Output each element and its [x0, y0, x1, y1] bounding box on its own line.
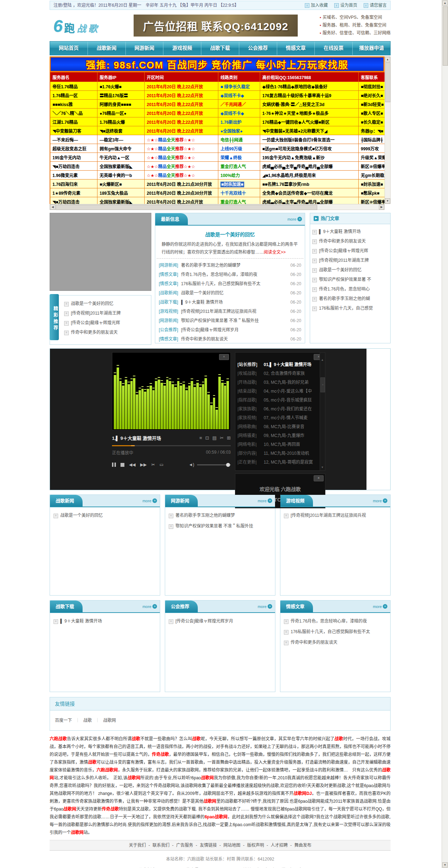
volume-slider[interactable]: [197, 464, 231, 465]
server-row[interactable]: ■■■kiss雅阿娜的身资■■■■2011年6月20日 晚上22点开放／千兆网通…: [50, 100, 385, 109]
news-row[interactable]: [情感文章]传奇中和更多的朋友谈天06-20: [159, 335, 301, 344]
list-item[interactable]: ≡[传奇视频]2011年湖南王牌远征旅阅兵视: [284, 510, 387, 521]
friend-link[interactable]: 战歌网: [103, 718, 116, 723]
cut-icon[interactable]: ✂: [151, 462, 155, 467]
footer-link[interactable]: 广告服务: [176, 843, 193, 848]
ad-banner[interactable]: 广告位招租 联系QQ:6412092: [134, 15, 298, 37]
server-row[interactable]: ◥■万劫四连击全国独家最新版◣2011年6月20日 晚上20点开放重金打造人气虎…: [50, 197, 385, 204]
list-item[interactable]: ≡战歌是一个美好的回忆: [64, 299, 148, 309]
playlist-icon[interactable]: ≡: [199, 435, 202, 441]
box-more-link[interactable]: more»: [142, 498, 157, 503]
box-tab[interactable]: 公会推荐: [165, 601, 198, 612]
list-item[interactable]: ≡[传奇视频]2011年湖南王牌: [64, 309, 148, 318]
playlist-row[interactable]: |家族族歌|06, mc小月-我们的爱还在: [237, 405, 319, 414]
server-row[interactable]: 超级无敌变态之狂拥有gm强大命令☆★☆精品全天推荐☆★☆上线99万级■送gm■可…: [50, 144, 385, 153]
pause-icon[interactable]: [112, 463, 116, 467]
playlist-scroll-thumb[interactable]: ≡: [320, 377, 325, 392]
server-row[interactable]: 1★89传奇元素189玉兔大极品2011年6月20日 晚上20点30分开放十千兆…: [50, 188, 385, 197]
list-item[interactable]: ≡176私服前十几天，自己感觉: [312, 304, 388, 313]
close-icon[interactable]: ×: [219, 354, 229, 360]
latest-more-link[interactable]: more »: [287, 217, 302, 221]
footer-link[interactable]: 人才招聘: [271, 843, 288, 848]
footer-link[interactable]: 友情链接: [200, 843, 217, 848]
volume-knob[interactable]: [226, 463, 230, 467]
lyrics-icon[interactable]: ▤: [212, 435, 217, 441]
box-more-link[interactable]: more»: [258, 498, 272, 503]
prev-icon[interactable]: ◀◀: [129, 462, 135, 467]
list-item[interactable]: ≡传奇1.76月色，思念轻响心: [312, 284, 388, 294]
box-tab[interactable]: 战歌新闻: [50, 495, 83, 507]
footer-link[interactable]: 版权声明: [247, 843, 264, 848]
list-item[interactable]: ≡传奇中和更多的朋友谈天: [284, 637, 387, 648]
news-row[interactable]: [情感文章]176私服前十几天，自己感觉胸部有些不太06-20: [159, 279, 301, 288]
playlist-row[interactable]: |部分内容|11, MC九局-2010发动机: [237, 449, 319, 458]
featured-title[interactable]: 战歌是一个美好的回忆: [162, 231, 298, 238]
topbar-link[interactable]: i加入收藏: [305, 1, 328, 10]
nav-item-情感文章[interactable]: 情感文章: [277, 42, 315, 55]
box-more-link[interactable]: more»: [373, 498, 387, 503]
topbar-welcome[interactable]: 注册/登陆 ，欢迎光临！2011年6月20日 星期一 辛卯年 五月十九 【兔】甲…: [54, 1, 239, 10]
scroll-left-icon[interactable]: ◀: [50, 204, 55, 210]
progress-bar[interactable]: [112, 445, 231, 446]
playlist-row[interactable]: |家族视频|07, mc小月-情人节喊麦: [237, 414, 319, 422]
footer-link[interactable]: 舞曲发布: [294, 843, 311, 848]
list-item[interactable]: ≡著名的歌手李玉刚之他的蝴: [312, 294, 388, 304]
stop-icon[interactable]: [121, 463, 124, 467]
list-item[interactable]: ≡▌ 9＋大童鞋 激情开场: [54, 616, 156, 626]
list-item[interactable]: ≡鄂知识产权保护效果显著 不: [312, 275, 388, 284]
scroll-down-icon[interactable]: ▼: [385, 198, 390, 204]
list-item[interactable]: ≡鄂知识产权保护效果显著 不准＂私服外挂: [169, 521, 271, 531]
scroll-up-icon[interactable]: ▲: [320, 358, 325, 362]
fullscreen-icon[interactable]: ⊞: [227, 435, 231, 441]
scroll-down-icon[interactable]: ▼: [442, 862, 448, 868]
server-row[interactable]: 江湖1.76精品1.76精品火爆2011年6月20日 晚上22点开放1.76新出…: [50, 117, 385, 126]
news-row[interactable]: [情感文章]传奇1.76月色，思念轻响心扉，漆暗的夜06-20: [159, 270, 301, 279]
playlist-row[interactable]: |正在更新|12, MC九局-哥唱的是寂寞: [237, 458, 319, 467]
tools-icon[interactable]: ✂: [220, 435, 224, 441]
box-tab[interactable]: 战歌下载: [50, 601, 83, 612]
playlist-row[interactable]: |网络电影|10, MC九局-再回首: [237, 440, 319, 449]
vscroll-thumb[interactable]: [385, 62, 391, 102]
frame-hscrollbar[interactable]: ◀ ▶: [50, 204, 385, 210]
playlist-row[interactable]: |开场战歌|03, MC九局-我的好兄弟: [237, 378, 319, 387]
news-row[interactable]: [游戏视频][传奇视频]2011年湖南王牌远征旅阅兵视06-20: [159, 307, 301, 316]
site-logo[interactable]: 6跑战歌: [53, 16, 97, 36]
scroll-up-icon[interactable]: ▲: [385, 57, 390, 62]
news-row[interactable]: [战歌下载]▌ 9＋大童鞋 激情开场06-20: [159, 298, 301, 307]
playlist-row[interactable]: |攻城战歌|02, 合击激情传奇家族: [237, 369, 319, 378]
list-item[interactable]: ≡▌ 9＋大童鞋 激情开场: [312, 227, 388, 237]
frame-vscrollbar[interactable]: ▲ ▼: [385, 56, 391, 204]
list-item[interactable]: ≡传奇中和更多的朋友谈天: [64, 328, 148, 337]
page-scroll-thumb[interactable]: [443, 6, 448, 66]
nav-item-公会推荐[interactable]: 公会推荐: [239, 42, 277, 55]
playlist-scrollbar[interactable]: ▲ ≡ ▼: [320, 353, 325, 470]
server-row[interactable]: 195金牛无内功牛无内功▲一区☆★☆精品全天推荐☆★☆荣耀▲终极195金牛无内功…: [50, 153, 385, 162]
box-tab[interactable]: 情感文章: [280, 601, 313, 612]
box-tab[interactable]: 游戏视频: [280, 495, 313, 507]
server-row[interactable]: ◥中变靓装刀客◥■送终极套2011年6月20日 晚上22点开放●全国独家●◥中变…: [50, 126, 385, 135]
list-item[interactable]: ≡[传奇公会]龍缘ャ辉煌光辉岁月: [169, 616, 271, 626]
list-item[interactable]: ≡战歌是一个美好的回忆: [54, 510, 156, 521]
nav-item-网游新闻[interactable]: 网游新闻: [126, 42, 164, 55]
volume-icon[interactable]: ◄): [189, 462, 194, 467]
news-row[interactable]: [公会推荐][传奇公会]龍缘ャ辉煌光辉岁月06-20: [159, 325, 301, 335]
list-item[interactable]: ≡著名的歌手李玉刚之他的蝴蝶梦: [169, 510, 271, 521]
scroll-right-icon[interactable]: ▶: [379, 204, 384, 210]
news-row[interactable]: [战歌新闻]战歌是一个美好的回忆06-20: [159, 288, 301, 298]
display-icon[interactable]: ⊡: [205, 435, 209, 441]
news-row[interactable]: [网游新闻]著名的歌手李玉刚之他的蝴蝶梦06-20: [159, 261, 301, 270]
box-more-link[interactable]: more»: [373, 604, 387, 609]
promo-banner[interactable]: 强推: 98sf.COM 百战同步 竞价推广 每小时上万玩家找服: [50, 56, 385, 72]
footer-link[interactable]: 关于我们: [129, 843, 146, 848]
nav-item-网站首页[interactable]: 网站首页: [50, 42, 88, 55]
box-more-link[interactable]: more»: [142, 604, 157, 609]
playlist-row[interactable]: |网络歌曲|08, MC九局-比赛录音: [237, 422, 319, 431]
list-item[interactable]: ≡[传奇公会]龍缘ャ辉煌光辉: [64, 318, 148, 328]
playlist-row[interactable]: [站长推荐]01,▌ 9＋大童鞋 激情开场: [237, 360, 319, 369]
close-icon[interactable]: ×: [314, 475, 324, 481]
list-item[interactable]: ≡[传奇视频]2011年湖南王牌: [312, 256, 388, 265]
nav-item-战歌新闻[interactable]: 战歌新闻: [88, 42, 126, 55]
server-row[interactable]: 1.96微变元素无英雄十爽的一b☆★☆精品全天推荐☆★☆100%给力◢■1,96…: [50, 171, 385, 179]
next-icon[interactable]: ▶▶: [140, 462, 146, 467]
server-row[interactable]: ＼／76＼精＼品●76精品一区●2011年6月20日 晚上22点开放◆双线不卡◆…: [50, 109, 385, 117]
